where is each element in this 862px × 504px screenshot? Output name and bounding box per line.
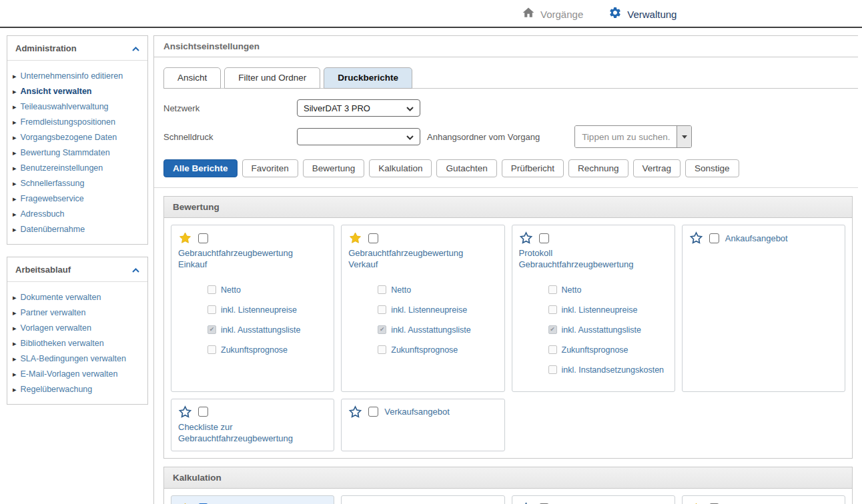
report-option-checkbox[interactable] [207,325,216,334]
sidebar-item-label: Schnellerfassung [21,179,85,188]
page-title: Ansichtseinstellungen [154,36,858,57]
filter-vertrag[interactable]: Vertrag [633,159,681,177]
sidebar-item-dokumente-verwalten[interactable]: Dokumente verwalten [13,289,142,304]
gear-icon [608,6,622,22]
sidebar-item-unternehmensinfo-editieren[interactable]: Unternehmensinfo editieren [13,67,142,83]
report-option-checkbox[interactable] [548,325,557,334]
report-card-verkaufsangebot[interactable]: Verkaufsangebot [341,399,504,451]
sidebar-item-regelüberwachung[interactable]: Regelüberwachung [13,381,142,396]
report-option-label: inkl. Listenneupreise [391,305,467,315]
report-checkbox[interactable] [539,233,549,243]
sidebar-panel-header[interactable]: Administration [7,36,147,61]
nav-vorgaenge[interactable]: Vorgänge [522,6,583,22]
report-option-checkbox[interactable] [548,345,557,354]
report-card-überschlägige-kalkulation[interactable]: Überschlägige Kalkulation [512,495,675,504]
sidebar-item-vorlagen-verwalten[interactable]: Vorlagen verwalten [13,319,142,335]
nav-verwaltung[interactable]: Verwaltung [608,6,677,22]
report-card-checkliste-zur-gebrauchtfahrzeugbewertung[interactable]: Checkliste zur Gebrauchtfahrzeugbewertun… [171,399,334,451]
top-navigation-bar: Vorgänge Verwaltung [0,0,862,28]
report-checkbox[interactable] [198,233,208,243]
filter-kalkulation[interactable]: Kalkulation [369,159,432,177]
attachment-search-input[interactable] [575,126,677,147]
sidebar-item-schnellerfassung[interactable]: Schnellerfassung [13,175,142,190]
report-card-protokoll-gebrauchtfahrzeugbewertung[interactable]: Protokoll Gebrauchtfahrzeugbewertung Net… [512,225,675,392]
netzwerk-select-value: SilverDAT 3 PRO [304,103,370,113]
tab-ansicht[interactable]: Ansicht [163,67,221,89]
favorite-star-icon[interactable] [348,405,362,419]
favorite-star-icon[interactable] [519,231,533,245]
report-option-checkbox[interactable] [548,285,557,294]
tab-druckberichte[interactable]: Druckberichte [324,67,412,89]
report-option-checkbox[interactable] [378,305,386,314]
filter-gutachten[interactable]: Gutachten [436,159,496,177]
report-card-ankaufsangebot[interactable]: Ankaufsangebot [682,225,845,392]
sidebar-item-fremdleistungspositionen[interactable]: Fremdleistungspositionen [13,113,142,129]
favorite-star-icon[interactable] [689,502,703,504]
filter-sonstige[interactable]: Sonstige [685,159,739,177]
report-checkbox[interactable] [368,233,378,243]
combo-dropdown-button[interactable] [677,126,691,147]
report-option: inkl. Listenneupreise [207,305,327,315]
favorite-star-icon[interactable] [178,231,192,245]
report-option-checkbox[interactable] [207,305,216,314]
favorite-star-icon[interactable] [348,231,362,245]
favorite-star-icon[interactable] [178,502,192,504]
report-card-kalkulation[interactable]: Kalkulation [171,495,334,504]
favorite-star-icon[interactable] [178,405,192,419]
tab-filter-und-ordner[interactable]: Filter und Ordner [224,67,320,89]
report-option-checkbox[interactable] [378,285,386,294]
filter-bewertung[interactable]: Bewertung [303,159,365,177]
filter-favoriten[interactable]: Favoriten [242,159,298,177]
sidebar-panel-title: Administration [15,43,77,53]
report-card-kostenvoranschlag[interactable]: Kostenvoranschlag [682,495,845,504]
report-section-kalkulation: Kalkulation Kalkulation Protokoll der Re… [163,467,853,504]
sidebar-item-label: Dokumente verwalten [21,293,101,302]
netzwerk-select[interactable]: SilverDAT 3 PRO [297,99,420,117]
sidebar-panel-header[interactable]: Arbeitsablauf [7,257,147,282]
report-title: Protokoll der Reparaturkosten [384,502,497,504]
report-option-checkbox[interactable] [548,305,557,314]
anhangsordner-label: Anhangsordner vom Vorgang [427,132,540,142]
report-checkbox[interactable] [198,407,208,417]
report-card-gebrauchtfahrzeugbewertung-verkauf[interactable]: Gebrauchtfahrzeugbewertung Verkauf Netto… [341,225,504,392]
triangle-bullet-icon [13,306,17,318]
report-option-label: Netto [391,285,411,295]
filter-rechnung[interactable]: Rechnung [568,159,628,177]
report-option-checkbox[interactable] [207,285,216,294]
favorite-star-icon[interactable] [519,502,533,504]
sidebar-item-adressbuch[interactable]: Adressbuch [13,205,142,221]
report-checkbox[interactable] [709,233,719,243]
report-option-checkbox[interactable] [207,345,216,354]
sidebar-item-ansicht-verwalten[interactable]: Ansicht verwalten [13,83,142,98]
filter-alle-berichte[interactable]: Alle Berichte [163,159,238,177]
sidebar-item-fragewebservice[interactable]: Fragewebservice [13,190,142,205]
sidebar-item-benutzereinstellungen[interactable]: Benutzereinstellungen [13,159,142,175]
sidebar-item-datenübernahme[interactable]: Datenübernahme [13,221,142,236]
chevron-down-icon [406,102,414,114]
sidebar-item-e-mail-vorlagen-verwalten[interactable]: E-Mail-Vorlagen verwalten [13,365,142,381]
sidebar-panel-arbeitsablauf: Arbeitsablauf Dokumente verwalten Partne… [7,257,148,405]
triangle-bullet-icon [13,352,17,364]
report-card-protokoll-der-reparaturkosten[interactable]: Protokoll der Reparaturkosten [341,495,504,504]
sidebar-item-bewertung-stammdaten[interactable]: Bewertung Stammdaten [13,144,142,159]
report-checkbox[interactable] [368,407,378,417]
report-option-checkbox[interactable] [548,365,557,374]
report-option-checkbox[interactable] [378,325,386,334]
sidebar-item-partner-verwalten[interactable]: Partner verwalten [13,304,142,319]
schnelldruck-select[interactable] [297,128,420,145]
report-card-gebrauchtfahrzeugbewertung-einkauf[interactable]: Gebrauchtfahrzeugbewertung Einkauf Netto… [171,225,334,392]
dropdown-arrow-icon [682,135,687,139]
favorite-star-icon[interactable] [689,231,703,245]
triangle-bullet-icon [13,321,17,333]
report-option-label: inkl. Listenneupreise [221,305,297,315]
sidebar-panel-administration: Administration Unternehmensinfo editiere… [7,35,148,245]
sidebar-item-sla-bedingungen-verwalten[interactable]: SLA-Bedingungen verwalten [13,350,142,365]
sidebar-item-label: SLA-Bedingungen verwalten [21,354,126,363]
report-option-checkbox[interactable] [378,345,386,354]
triangle-bullet-icon [13,115,17,127]
home-icon [522,6,535,22]
sidebar-item-vorgangsbezogene-daten[interactable]: Vorgangsbezogene Daten [13,129,142,144]
sidebar-item-teileauswahlverwaltung[interactable]: Teileauswahlverwaltung [13,98,142,113]
filter-prüfbericht[interactable]: Prüfbericht [502,159,564,177]
sidebar-item-bibliotheken-verwalten[interactable]: Bibliotheken verwalten [13,335,142,350]
